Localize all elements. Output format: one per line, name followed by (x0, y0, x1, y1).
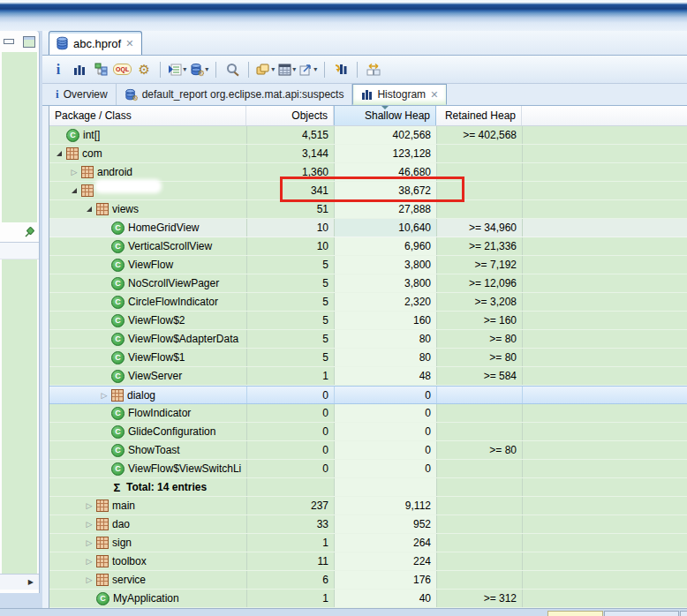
sidebar-list-area[interactable] (2, 52, 37, 222)
table-row-class[interactable]: ShowToast00>= 80 (49, 441, 687, 460)
maximize-icon[interactable] (23, 36, 35, 48)
class-icon (111, 240, 125, 253)
search-button[interactable] (223, 60, 241, 79)
row-label: NoScrollViewPager (128, 277, 219, 289)
cell-filler (522, 126, 687, 144)
cell-retained-heap (436, 571, 522, 589)
info-button[interactable]: i (49, 60, 67, 79)
cell-shallow-heap: 0 (334, 441, 436, 459)
table-row-class[interactable]: ViewFlow$AdapterData580>= 80 (49, 330, 687, 349)
tab-default-report[interactable]: ⚙ default_report org.eclipse.mat.api:sus… (117, 84, 353, 105)
table-row-class[interactable]: CircleFlowIndicator52,320>= 3,208 (49, 293, 687, 312)
table-row-class[interactable]: FlowIndicator00 (49, 404, 687, 423)
cell-filler (522, 237, 687, 255)
table-row-package[interactable]: com3,144123,128 (49, 145, 687, 163)
query-browser-button[interactable]: ⚙ ▾ (190, 60, 208, 79)
tab-histogram[interactable]: Histogram ✕ (352, 84, 447, 105)
tab-abc-hprof[interactable]: abc.hprof ✕ (49, 31, 142, 55)
dominator-tree-button[interactable] (92, 60, 109, 79)
expand-arrow-icon[interactable]: ▷ (83, 520, 95, 529)
table-row-class[interactable]: ViewServer148>= 584 (49, 367, 687, 386)
table-row-package[interactable]: views5127,888 (49, 200, 687, 219)
row-label: HomeGridView (128, 222, 199, 234)
scroll-right-icon[interactable]: ▶ (28, 578, 34, 586)
cell-shallow-heap: 9,112 (334, 497, 436, 515)
pin-icon[interactable] (23, 227, 34, 238)
cell-retained-heap (436, 534, 522, 552)
cell-retained-heap: >= 80 (436, 441, 522, 459)
expand-arrow-icon[interactable]: ▷ (83, 538, 95, 547)
sidebar-header (0, 31, 39, 52)
export-button[interactable]: ▾ (299, 60, 317, 79)
expand-arrow-icon[interactable]: ▷ (83, 575, 95, 584)
calculate-retained-size-button[interactable]: ▾ (278, 60, 296, 79)
close-tab-icon[interactable]: ✕ (125, 39, 133, 49)
oql-button[interactable]: OQL (113, 60, 132, 79)
collapse-arrow-icon[interactable] (68, 188, 80, 193)
table-row-package[interactable]: ▷main2379,112 (49, 497, 687, 515)
column-header-filler (522, 106, 687, 125)
column-header-shallow-heap[interactable]: Shallow Heap (334, 106, 436, 125)
group-by-button[interactable]: ▾ (256, 60, 275, 79)
cell-objects (246, 478, 334, 496)
expand-arrow-icon[interactable]: ▷ (98, 391, 110, 400)
column-header-retained-heap[interactable]: Retained Heap (436, 106, 522, 125)
run-report-button[interactable]: ▾ (168, 60, 186, 79)
table-row-class[interactable]: ViewFlow$1580>= 80 (49, 349, 687, 367)
table-row-package[interactable]: ▷service6176 (49, 571, 687, 590)
table-row-class[interactable]: MyApplication140>= 312 (49, 590, 687, 608)
cell-objects: 51 (246, 200, 334, 218)
cell-filler (522, 274, 687, 292)
table-row-class[interactable]: ViewFlow53,800>= 7,192 (49, 256, 687, 274)
column-header-package-class[interactable]: Package / Class (49, 106, 246, 125)
cell-filler (522, 182, 687, 199)
cell-retained-heap: >= 34,960 (436, 219, 522, 237)
table-header-row: Package / Class Objects Shallow Heap Ret… (49, 106, 687, 126)
heap-dump-icon (56, 36, 69, 50)
result-tab-strip: i Overview ⚙ default_report org.eclipse.… (42, 84, 687, 106)
search-icon (226, 63, 239, 76)
cell-shallow-heap: 224 (334, 552, 436, 570)
sidebar-pin-row (0, 222, 39, 243)
minimize-icon[interactable] (4, 39, 14, 44)
close-tab-icon[interactable]: ✕ (430, 90, 438, 100)
table-row-class[interactable]: NoScrollViewPager53,800>= 12,096 (49, 274, 687, 293)
column-header-objects[interactable]: Objects (246, 106, 334, 125)
expand-arrow-icon[interactable]: ▷ (83, 501, 95, 510)
collapse-arrow-icon[interactable] (53, 151, 65, 156)
toolbar-separator (160, 62, 161, 78)
settings-button[interactable]: ⚙ (135, 60, 153, 79)
cell-shallow-heap: 3,800 (334, 256, 436, 274)
table-row-class[interactable]: VerticalScrollView106,960>= 21,336 (49, 237, 687, 256)
sidebar-panel: ▶ (0, 31, 40, 593)
sidebar-list-area-2[interactable] (2, 259, 37, 574)
cell-filler (522, 552, 687, 570)
expand-arrow-icon[interactable]: ▷ (68, 168, 80, 177)
table-row-class[interactable]: GlideConfiguration00 (49, 423, 687, 441)
row-label: MyApplication (113, 592, 179, 605)
expand-arrow-icon[interactable]: ▷ (83, 557, 95, 566)
sidebar-horizontal-scrollbar[interactable]: ▶ (0, 574, 39, 590)
cell-filler (522, 367, 687, 385)
collapse-arrow-icon[interactable] (83, 207, 95, 212)
histogram-button[interactable] (71, 60, 88, 79)
expand-columns-button[interactable] (365, 60, 382, 79)
cell-filler (522, 590, 687, 607)
highlight-rectangle (280, 177, 464, 202)
cell-objects: 5 (246, 349, 334, 366)
class-icon (111, 277, 125, 290)
table-row-package[interactable]: ▷toolbox11224 (49, 552, 687, 571)
database-gear-icon: ⚙ (190, 63, 204, 77)
tab-overview[interactable]: i Overview (48, 84, 117, 105)
table-row-package[interactable]: ▷sign1264 (49, 534, 687, 552)
table-row-package[interactable]: ▷dialog00 (49, 386, 687, 404)
cell-shallow-heap: 160 (334, 312, 436, 329)
table-row-class[interactable]: ViewFlow$25160>= 160 (49, 312, 687, 330)
table-row-total[interactable]: Total: 14 entries (49, 478, 687, 497)
compare-to-another-heap-button[interactable] (332, 60, 350, 79)
cell-filler (522, 256, 687, 274)
table-row-class[interactable]: int[]4,515402,568>= 402,568 (49, 126, 687, 145)
table-row-package[interactable]: ▷dao33952 (49, 515, 687, 534)
table-row-class[interactable]: ViewFlow$ViewSwitchLi00 (49, 460, 687, 478)
table-row-class[interactable]: HomeGridView1010,640>= 34,960 (49, 219, 687, 237)
